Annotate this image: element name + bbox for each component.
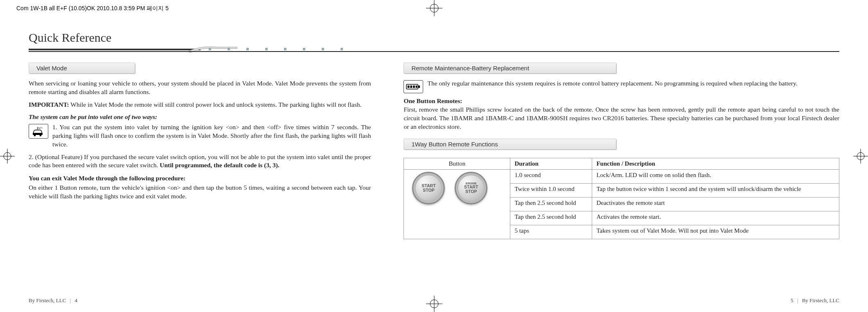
maintenance-text: The only regular maintenance this system… <box>427 79 797 88</box>
section-tab-battery: Remote Maintenance-Battery Replacement <box>404 63 616 74</box>
valet-important: IMPORTANT: While in Valet Mode the remot… <box>29 101 371 109</box>
left-column: Valet Mode When servicing or loaning you… <box>29 63 371 239</box>
cell-duration: Twice within 1.0 second <box>510 183 592 197</box>
th-function: Function / Description <box>592 158 839 169</box>
svg-rect-24 <box>410 85 413 88</box>
footer-right-page: 5 <box>791 297 794 303</box>
battery-icon <box>404 80 423 93</box>
important-text: While in Valet Mode the remote will stil… <box>69 101 362 108</box>
way2-text-b: Until programmed, the default code is (3… <box>160 162 279 168</box>
remote-button-engine-start-stop: ENGINE START STOP <box>455 172 487 204</box>
valet-intro: When servicing or loaning your vehicle t… <box>29 79 371 97</box>
one-button-heading: One Button Remotes: <box>404 97 839 105</box>
way1-text: 1. You can put the system into valet by … <box>52 123 371 149</box>
valet-way-2: 2. (Optional Feature) If you purchased t… <box>29 153 371 170</box>
cell-duration: 1.0 second <box>510 169 592 183</box>
cell-function: Deactivates the remote start <box>592 197 839 211</box>
footer-left-page: 4 <box>74 297 77 303</box>
remote-button-2-label: START STOP <box>464 184 478 194</box>
cell-function: Takes system out of Valet Mode. Will not… <box>592 225 839 239</box>
footer-left: By Firstech, LLC | 4 <box>29 297 77 304</box>
th-duration: Duration <box>510 158 592 169</box>
th-button: Button <box>404 158 510 169</box>
remote-button-start-stop: START STOP <box>412 172 445 204</box>
footer-sep: | <box>70 297 71 303</box>
exit-text: On either 1 Button remote, turn the vehi… <box>29 184 371 201</box>
page-title: Quick Reference <box>29 31 839 45</box>
car-sleep-icon: Z z z z <box>29 124 48 139</box>
button-cell: START STOP ENGINE START STOP <box>404 169 510 239</box>
footer-right-company: By Firstech, LLC <box>802 297 839 303</box>
registration-mark-left <box>0 149 15 164</box>
maintenance-row: The only regular maintenance this system… <box>404 79 839 93</box>
svg-point-17 <box>34 134 36 136</box>
table-row: START STOP ENGINE START STOP 1.0 second … <box>404 169 839 183</box>
svg-rect-20 <box>38 130 40 132</box>
svg-text:z: z <box>39 127 40 129</box>
valet-way-1: Z z z z 1. You can put the system into v… <box>29 123 371 149</box>
cell-function: Lock/Arm. LED will come on solid then fl… <box>592 169 839 183</box>
table-header-row: Button Duration Function / Description <box>404 158 839 169</box>
ways-heading: The system can be put into valet one of … <box>29 113 371 121</box>
footer-sep: | <box>797 297 798 303</box>
cell-duration: Tap then 2.5 second hold <box>510 197 592 211</box>
svg-point-18 <box>40 134 42 136</box>
right-column: Remote Maintenance-Battery Replacement T… <box>404 63 839 239</box>
svg-rect-23 <box>408 85 410 88</box>
remote-button-1-label: START STOP <box>422 184 435 193</box>
svg-rect-19 <box>35 130 37 132</box>
svg-text:z: z <box>42 127 43 128</box>
registration-mark-right <box>853 149 868 164</box>
print-header: Com 1W-1B all E+F (10.05)OK 2010.10.8 3:… <box>16 5 169 12</box>
registration-mark-top <box>426 0 442 16</box>
registration-mark-bottom <box>426 296 442 312</box>
one-button-text: First, remove the small Phillips screw l… <box>404 105 839 131</box>
cell-duration: 5 taps <box>510 225 592 239</box>
cell-function: Tap the button twice within 1 second and… <box>592 183 839 197</box>
svg-rect-25 <box>413 85 415 88</box>
functions-table: Button Duration Function / Description S… <box>404 158 839 239</box>
cell-function: Activates the remote start. <box>592 211 839 225</box>
footer-left-company: By Firstech, LLC <box>29 297 66 303</box>
svg-rect-26 <box>416 85 417 88</box>
footer-right: 5 | By Firstech, LLC <box>791 297 839 304</box>
important-label: IMPORTANT: <box>29 101 69 108</box>
section-tab-valet-mode: Valet Mode <box>29 63 135 74</box>
exit-heading: You can exit Valet Mode through the foll… <box>29 175 371 182</box>
title-divider <box>29 47 839 54</box>
cell-duration: Tap then 2.5 second hold <box>510 211 592 225</box>
svg-rect-22 <box>419 85 420 88</box>
section-tab-functions: 1Way Button Remote Functions <box>404 139 616 150</box>
